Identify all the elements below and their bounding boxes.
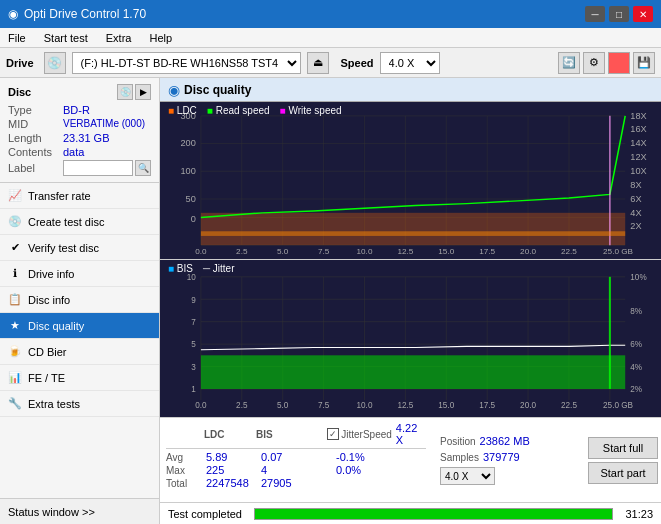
- bottom-chart: ■ BIS ─ Jitter: [160, 260, 661, 417]
- sidebar-item-verify-test-disc[interactable]: ✔ Verify test disc: [0, 235, 159, 261]
- menu-help[interactable]: Help: [145, 31, 176, 45]
- contents-key: Contents: [8, 146, 63, 158]
- eject-icon[interactable]: 💿: [44, 52, 66, 74]
- svg-text:16X: 16X: [630, 125, 647, 134]
- svg-text:1: 1: [191, 384, 196, 394]
- bis-header: BIS: [256, 429, 308, 440]
- svg-text:8%: 8%: [630, 305, 642, 315]
- extra-tests-label: Extra tests: [28, 398, 80, 410]
- speed-select[interactable]: 4.0 X: [380, 52, 440, 74]
- svg-text:0.0: 0.0: [195, 248, 207, 257]
- eject-button[interactable]: ⏏: [307, 52, 329, 74]
- bottom-stats: LDC BIS ✓ Jitter Speed 4.22 X Avg 5.89 0…: [160, 417, 661, 502]
- svg-rect-32: [201, 213, 625, 245]
- create-test-disc-icon: 💿: [8, 215, 22, 229]
- chart-header-icon: ◉: [168, 82, 180, 98]
- svg-text:22.5: 22.5: [561, 248, 577, 257]
- max-bis: 4: [261, 464, 316, 476]
- label-input[interactable]: [63, 160, 133, 176]
- speed-stat-label: Speed: [363, 429, 392, 440]
- progress-bar-bg: [254, 508, 613, 520]
- disc-icon-2[interactable]: ▶: [135, 84, 151, 100]
- drive-info-icon: ℹ: [8, 267, 22, 281]
- menu-extra[interactable]: Extra: [102, 31, 136, 45]
- jitter-legend: ─ Jitter: [203, 263, 235, 274]
- drive-label: Drive: [6, 57, 34, 69]
- samples-val: 379779: [483, 451, 520, 463]
- speed-stat-val: 4.22 X: [396, 422, 426, 446]
- svg-text:17.5: 17.5: [479, 400, 495, 410]
- svg-text:15.0: 15.0: [438, 248, 455, 257]
- cd-bier-label: CD Bier: [28, 346, 67, 358]
- transfer-rate-label: Transfer rate: [28, 190, 91, 202]
- jitter-checkbox[interactable]: ✓: [327, 428, 339, 440]
- label-key: Label: [8, 162, 63, 174]
- svg-text:2X: 2X: [630, 222, 641, 231]
- svg-text:50: 50: [186, 194, 196, 203]
- color-icon[interactable]: [608, 52, 630, 74]
- sidebar-item-disc-info[interactable]: 📋 Disc info: [0, 287, 159, 313]
- svg-text:12.5: 12.5: [397, 400, 413, 410]
- drivebar: Drive 💿 (F:) HL-DT-ST BD-RE WH16NS58 TST…: [0, 48, 661, 78]
- svg-text:25.0 GB: 25.0 GB: [603, 400, 633, 410]
- svg-text:200: 200: [180, 139, 195, 148]
- label-browse-button[interactable]: 🔍: [135, 160, 151, 176]
- svg-text:8X: 8X: [630, 180, 641, 189]
- menu-starttest[interactable]: Start test: [40, 31, 92, 45]
- svg-text:0.0: 0.0: [195, 400, 207, 410]
- disc-quality-icon: ★: [8, 319, 22, 333]
- length-val: 23.31 GB: [63, 132, 109, 144]
- disc-quality-label: Disc quality: [28, 320, 84, 332]
- svg-text:6%: 6%: [630, 339, 642, 349]
- sidebar-item-fe-te[interactable]: 📊 FE / TE: [0, 365, 159, 391]
- samples-label: Samples: [440, 452, 479, 463]
- app-title: Opti Drive Control 1.70: [24, 7, 146, 21]
- start-part-button[interactable]: Start part: [588, 462, 658, 484]
- contents-val: data: [63, 146, 84, 158]
- sidebar-item-transfer-rate[interactable]: 📈 Transfer rate: [0, 183, 159, 209]
- status-window-label: Status window >>: [8, 506, 95, 518]
- ldc-header: LDC: [204, 429, 256, 440]
- sidebar-item-create-test-disc[interactable]: 💿 Create test disc: [0, 209, 159, 235]
- progress-fill: [255, 509, 612, 519]
- settings-icon[interactable]: ⚙: [583, 52, 605, 74]
- sidebar-item-status-window[interactable]: Status window >>: [0, 498, 159, 524]
- ldc-legend: ■ LDC: [168, 105, 197, 116]
- menu-file[interactable]: File: [4, 31, 30, 45]
- svg-text:4%: 4%: [630, 362, 642, 372]
- charts-area: ■ LDC ■ Read speed ■ Write speed: [160, 102, 661, 417]
- minimize-button[interactable]: ─: [585, 6, 605, 22]
- svg-text:15.0: 15.0: [438, 400, 454, 410]
- disc-info-label: Disc info: [28, 294, 70, 306]
- svg-text:18X: 18X: [630, 111, 647, 120]
- total-label: Total: [166, 478, 206, 489]
- save-icon[interactable]: 💾: [633, 52, 655, 74]
- drive-select[interactable]: (F:) HL-DT-ST BD-RE WH16NS58 TST4: [72, 52, 301, 74]
- disc-icon-1[interactable]: 💿: [117, 84, 133, 100]
- max-label: Max: [166, 465, 206, 476]
- mid-key: MID: [8, 118, 63, 130]
- jitter-label: Jitter: [341, 429, 363, 440]
- svg-text:7.5: 7.5: [318, 400, 330, 410]
- sidebar-item-drive-info[interactable]: ℹ Drive info: [0, 261, 159, 287]
- svg-text:25.0 GB: 25.0 GB: [603, 248, 633, 257]
- refresh-icon[interactable]: 🔄: [558, 52, 580, 74]
- top-chart: ■ LDC ■ Read speed ■ Write speed: [160, 102, 661, 260]
- length-key: Length: [8, 132, 63, 144]
- close-button[interactable]: ✕: [633, 6, 653, 22]
- maximize-button[interactable]: □: [609, 6, 629, 22]
- time-display: 31:23: [617, 508, 661, 520]
- write-speed-legend: ■ Write speed: [280, 105, 342, 116]
- svg-text:20.0: 20.0: [520, 400, 536, 410]
- speed-dropdown[interactable]: 4.0 X: [440, 467, 495, 485]
- sidebar-item-extra-tests[interactable]: 🔧 Extra tests: [0, 391, 159, 417]
- fe-te-label: FE / TE: [28, 372, 65, 384]
- verify-test-disc-icon: ✔: [8, 241, 22, 255]
- svg-text:7: 7: [191, 317, 196, 327]
- sidebar-item-disc-quality[interactable]: ★ Disc quality: [0, 313, 159, 339]
- start-full-button[interactable]: Start full: [588, 437, 658, 459]
- status-label: Test completed: [160, 508, 250, 520]
- action-buttons: Start full Start part: [582, 418, 661, 502]
- position-val: 23862 MB: [480, 435, 530, 447]
- sidebar-item-cd-bier[interactable]: 🍺 CD Bier: [0, 339, 159, 365]
